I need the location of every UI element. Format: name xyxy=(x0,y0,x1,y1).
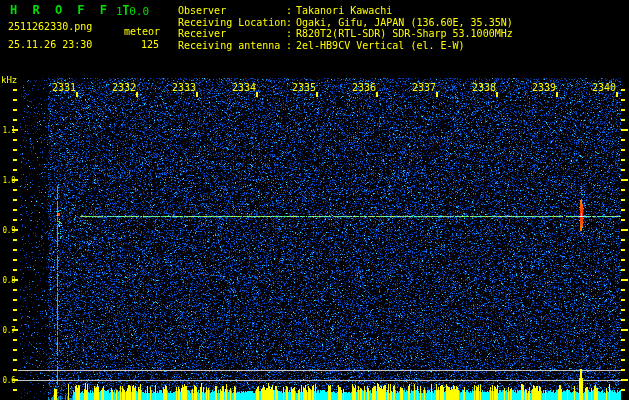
info-value: Takanori Kawachi xyxy=(296,5,392,17)
y-tick-label: 1.1 xyxy=(3,125,13,135)
echo-counter: 125 xyxy=(141,39,159,50)
info-row-receiver: Receiver:R820T2(RTL-SDR) SDR-Sharp 53.10… xyxy=(178,28,513,40)
info-label: Receiver xyxy=(178,28,286,40)
x-tick-label: 2334 xyxy=(230,82,256,93)
y-tick-label: 0.9 xyxy=(3,225,13,235)
y-tick-label: 1.0 xyxy=(3,175,13,185)
app-title: H R O F F T xyxy=(10,3,133,17)
info-value: Ogaki, Gifu, JAPAN (136.60E, 35.35N) xyxy=(296,17,513,29)
output-filename: 2511262330.png xyxy=(8,21,92,32)
station-info: Observer:Takanori Kawachi Receiving Loca… xyxy=(178,5,513,51)
y-tick-label: 0.7 xyxy=(3,325,13,335)
info-row-antenna: Receiving antenna:2el-HB9CV Vertical (el… xyxy=(178,40,513,52)
y-axis-unit-label: kHz xyxy=(1,75,17,85)
x-tick-label: 2337 xyxy=(410,82,436,93)
x-tick-label: 2338 xyxy=(470,82,496,93)
x-tick-label: 2336 xyxy=(350,82,376,93)
app-version: 1.0.0 xyxy=(116,5,149,18)
info-label: Observer xyxy=(178,5,286,17)
info-row-location: Receiving Location:Ogaki, Gifu, JAPAN (1… xyxy=(178,17,513,29)
x-tick-label: 2335 xyxy=(290,82,316,93)
info-row-observer: Observer:Takanori Kawachi xyxy=(178,5,513,17)
y-tick-label: 0.8 xyxy=(3,275,13,285)
x-tick-label: 2340 xyxy=(590,82,616,93)
mode-label: meteor xyxy=(124,26,160,37)
info-value: R820T2(RTL-SDR) SDR-Sharp 53.1000MHz xyxy=(296,28,513,40)
info-label: Receiving antenna xyxy=(178,40,286,52)
info-label: Receiving Location xyxy=(178,17,286,29)
info-value: 2el-HB9CV Vertical (el. E-W) xyxy=(296,40,465,52)
x-tick-label: 2339 xyxy=(530,82,556,93)
hrofft-window: H R O F F T 1.0.0 2511262330.png meteor … xyxy=(0,0,629,400)
timestamp: 25.11.26 23:30 xyxy=(8,39,92,50)
x-tick-label: 2333 xyxy=(170,82,196,93)
x-tick-label: 2332 xyxy=(110,82,136,93)
spectrogram-canvas xyxy=(0,0,629,400)
x-tick-label: 2331 xyxy=(50,82,76,93)
y-tick-label: 0.6 xyxy=(3,375,13,385)
